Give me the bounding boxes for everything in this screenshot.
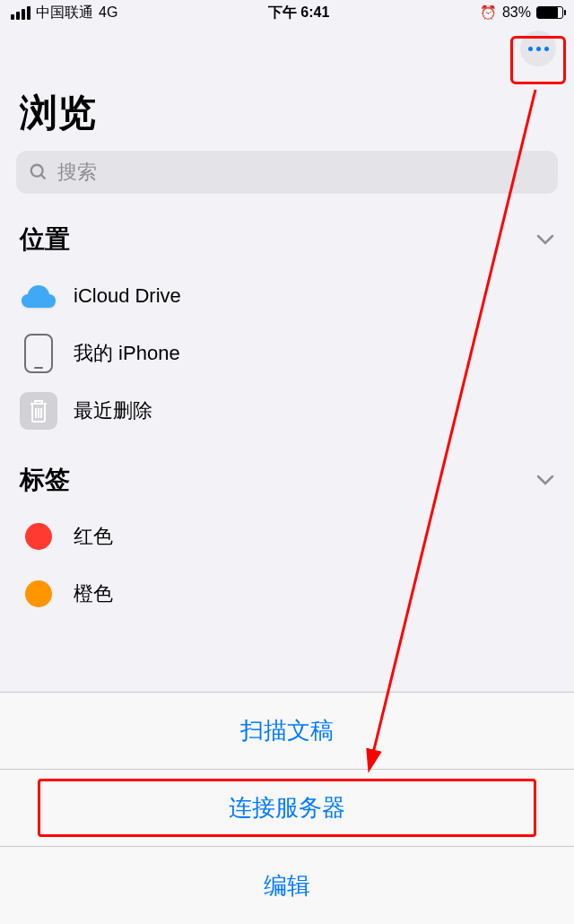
row-label: iCloud Drive <box>74 284 181 308</box>
network-label: 4G <box>99 4 117 21</box>
location-my-iphone[interactable]: 我的 iPhone <box>0 325 574 382</box>
alarm-icon: ⏰ <box>480 4 497 21</box>
action-scan-document[interactable]: 扫描文稿 <box>0 693 574 770</box>
location-recently-deleted[interactable]: 最近删除 <box>0 382 574 440</box>
status-right: ⏰ 83% <box>480 4 563 21</box>
svg-point-0 <box>31 165 43 177</box>
section-title: 位置 <box>20 222 70 257</box>
row-label: 橙色 <box>74 580 113 607</box>
action-sheet: 扫描文稿 连接服务器 编辑 <box>0 692 574 924</box>
tag-red[interactable]: 红色 <box>0 508 574 565</box>
search-input[interactable]: 搜索 <box>16 151 558 194</box>
action-label: 连接服务器 <box>229 792 345 824</box>
battery-icon <box>536 6 563 19</box>
search-placeholder: 搜索 <box>57 159 97 186</box>
section-header-tags[interactable]: 标签 <box>0 456 574 508</box>
signal-icon <box>11 6 30 20</box>
nav-bar <box>0 25 574 72</box>
row-label: 最近删除 <box>74 397 152 424</box>
action-label: 扫描文稿 <box>240 715 334 746</box>
tag-orange[interactable]: 橙色 <box>0 565 574 623</box>
action-edit[interactable]: 编辑 <box>0 847 574 924</box>
carrier-label: 中国联通 <box>36 4 93 22</box>
row-label: 我的 iPhone <box>74 340 180 367</box>
svg-line-1 <box>41 175 46 179</box>
status-left: 中国联通 4G <box>11 4 117 22</box>
status-bar: 中国联通 4G 下午 6:41 ⏰ 83% <box>0 0 574 25</box>
battery-percent: 83% <box>502 4 531 21</box>
icloud-icon <box>20 277 57 315</box>
more-button[interactable] <box>520 31 556 66</box>
tag-dot-icon <box>25 580 52 607</box>
chevron-down-icon <box>536 233 554 246</box>
chevron-down-icon <box>536 474 554 486</box>
iphone-icon <box>20 335 57 372</box>
action-connect-server[interactable]: 连接服务器 <box>0 770 574 847</box>
clock: 下午 6:41 <box>268 4 329 22</box>
location-icloud-drive[interactable]: iCloud Drive <box>0 267 574 325</box>
page-title: 浏览 <box>0 72 574 151</box>
section-title: 标签 <box>20 463 70 497</box>
tag-dot-icon <box>25 523 52 550</box>
trash-icon <box>20 392 57 430</box>
search-icon <box>29 162 48 182</box>
row-label: 红色 <box>74 523 113 550</box>
action-label: 编辑 <box>264 870 310 902</box>
battery-fill <box>537 7 558 18</box>
section-header-locations[interactable]: 位置 <box>0 215 574 267</box>
